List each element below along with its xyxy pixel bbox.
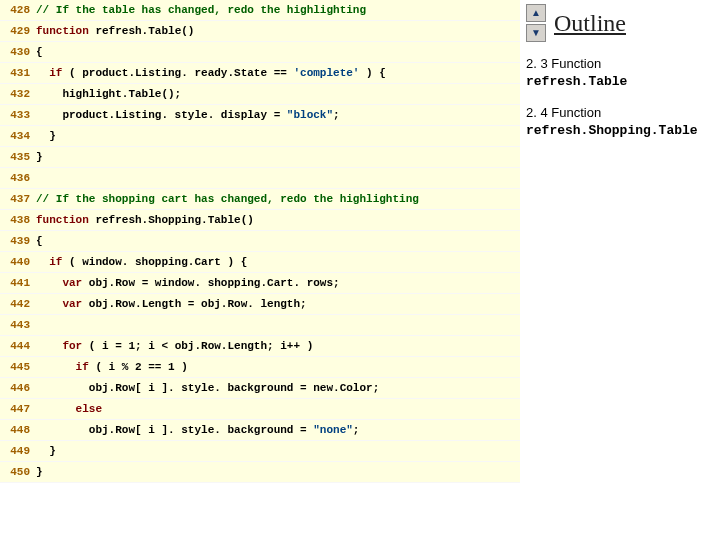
code-pane: 428// If the table has changed, redo the… [0, 0, 520, 540]
code-token: obj.Row.Length = obj.Row. length; [82, 298, 306, 310]
code-token: } [36, 445, 56, 457]
code-token: ( window. shopping.Cart ) { [62, 256, 247, 268]
code-token: ( i % 2 == 1 ) [89, 361, 188, 373]
code-token [36, 256, 49, 268]
code-row: 440 if ( window. shopping.Cart ) { [0, 252, 520, 273]
code-row: 449 } [0, 441, 520, 462]
code-token: var [62, 298, 82, 310]
line-number: 450 [0, 462, 32, 482]
line-number: 430 [0, 42, 32, 62]
code-token: { [36, 235, 43, 247]
code-cell: } [32, 147, 520, 167]
arrow-up-button[interactable]: ▲ [526, 4, 546, 22]
code-token: "none" [313, 424, 353, 436]
code-token: refresh.Shopping.Table() [89, 214, 254, 226]
outline-title: Outline [554, 10, 626, 37]
code-token [36, 67, 49, 79]
code-token: obj.Row[ i ]. style. background = new.Co… [36, 382, 379, 394]
outline-header: ▲ ▼ Outline [526, 4, 714, 42]
outline-item[interactable]: 2. 3 Function refresh.Table [526, 56, 714, 91]
code-token: for [62, 340, 82, 352]
code-token: function [36, 214, 89, 226]
code-cell: if ( window. shopping.Cart ) { [32, 252, 520, 272]
code-token: // If the shopping cart has changed, red… [36, 193, 419, 205]
code-row: 428// If the table has changed, redo the… [0, 0, 520, 21]
code-cell: // If the table has changed, redo the hi… [32, 0, 520, 20]
code-token [36, 319, 43, 331]
code-token: obj.Row[ i ]. style. background = [36, 424, 313, 436]
code-token: product.Listing. style. display = [36, 109, 287, 121]
code-cell: obj.Row[ i ]. style. background = "none"… [32, 420, 520, 440]
code-token: if [49, 67, 62, 79]
code-row: 438function refresh.Shopping.Table() [0, 210, 520, 231]
code-row: 443 [0, 315, 520, 336]
code-token: else [76, 403, 102, 415]
code-cell: var obj.Row = window. shopping.Cart. row… [32, 273, 520, 293]
line-number: 432 [0, 84, 32, 104]
code-token [36, 361, 76, 373]
code-token [36, 277, 62, 289]
code-token: obj.Row = window. shopping.Cart. rows; [82, 277, 339, 289]
code-token [36, 172, 43, 184]
code-token: refresh.Table() [89, 25, 195, 37]
code-token: // If the table has changed, redo the hi… [36, 4, 366, 16]
line-number: 445 [0, 357, 32, 377]
line-number: 443 [0, 315, 32, 335]
code-token: { [36, 46, 43, 58]
code-cell: // If the shopping cart has changed, red… [32, 189, 520, 209]
code-token: ( i = 1; i < obj.Row.Length; i++ ) [82, 340, 313, 352]
line-number: 431 [0, 63, 32, 83]
code-cell: if ( product.Listing. ready.State == 'co… [32, 63, 520, 83]
line-number: 448 [0, 420, 32, 440]
code-row: 446 obj.Row[ i ]. style. background = ne… [0, 378, 520, 399]
code-cell: for ( i = 1; i < obj.Row.Length; i++ ) [32, 336, 520, 356]
code-row: 439{ [0, 231, 520, 252]
line-number: 440 [0, 252, 32, 272]
code-cell: } [32, 126, 520, 146]
code-cell: } [32, 441, 520, 461]
code-cell [32, 315, 520, 335]
code-cell: obj.Row[ i ]. style. background = new.Co… [32, 378, 520, 398]
code-token [36, 403, 76, 415]
code-row: 436 [0, 168, 520, 189]
code-cell: { [32, 42, 520, 62]
outline-item-num: 2. 4 Function [526, 105, 601, 120]
code-cell: } [32, 462, 520, 482]
code-token: ) { [359, 67, 385, 79]
code-token: highlight.Table(); [36, 88, 181, 100]
line-number: 437 [0, 189, 32, 209]
code-token: var [62, 277, 82, 289]
code-row: 442 var obj.Row.Length = obj.Row. length… [0, 294, 520, 315]
code-token: ; [353, 424, 360, 436]
outline-item-fn: refresh.Table [526, 74, 627, 89]
code-token: 'complete' [293, 67, 359, 79]
line-number: 434 [0, 126, 32, 146]
code-row: 444 for ( i = 1; i < obj.Row.Length; i++… [0, 336, 520, 357]
code-token: ; [333, 109, 340, 121]
code-row: 433 product.Listing. style. display = "b… [0, 105, 520, 126]
code-row: 445 if ( i % 2 == 1 ) [0, 357, 520, 378]
code-token: } [36, 151, 43, 163]
code-cell: else [32, 399, 520, 419]
code-row: 441 var obj.Row = window. shopping.Cart.… [0, 273, 520, 294]
code-cell: function refresh.Table() [32, 21, 520, 41]
line-number: 442 [0, 294, 32, 314]
line-number: 429 [0, 21, 32, 41]
code-cell: highlight.Table(); [32, 84, 520, 104]
outline-item-fn: refresh.Shopping.Table [526, 123, 698, 138]
code-row: 435} [0, 147, 520, 168]
outline-item-num: 2. 3 Function [526, 56, 601, 71]
line-number: 444 [0, 336, 32, 356]
code-cell [32, 168, 520, 188]
outline-item[interactable]: 2. 4 Function refresh.Shopping.Table [526, 105, 714, 140]
code-row: 430{ [0, 42, 520, 63]
code-token: if [49, 256, 62, 268]
code-row: 450} [0, 462, 520, 483]
code-token [36, 298, 62, 310]
line-number: 449 [0, 441, 32, 461]
arrow-down-button[interactable]: ▼ [526, 24, 546, 42]
code-row: 429function refresh.Table() [0, 21, 520, 42]
code-cell: product.Listing. style. display = "block… [32, 105, 520, 125]
line-number: 439 [0, 231, 32, 251]
line-number: 433 [0, 105, 32, 125]
